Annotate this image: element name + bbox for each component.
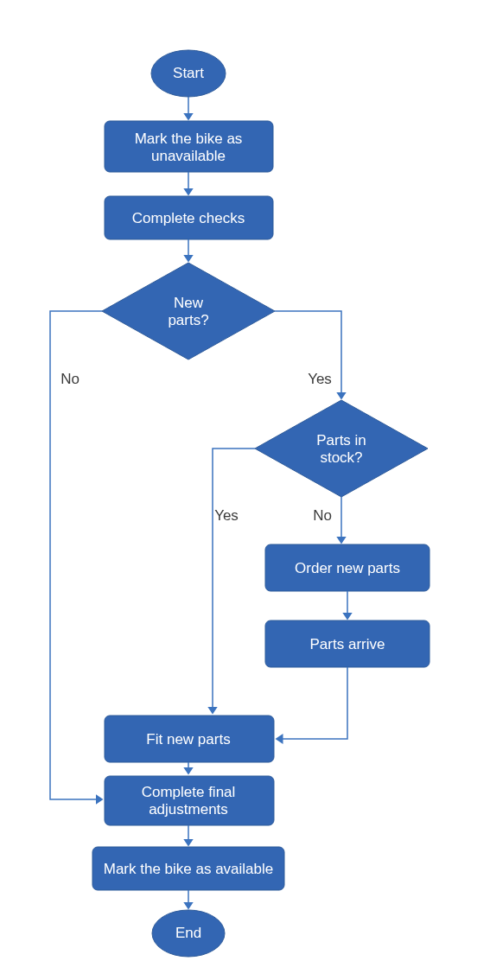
flowchart: Start Mark the bike as unavailable Compl… (0, 0, 490, 980)
node-final-adjustments-label-2: adjustments (149, 801, 228, 818)
edge-label-parts-in-stock-yes: Yes (214, 507, 239, 524)
node-parts-arrive-label: Parts arrive (310, 636, 385, 652)
node-fit-parts-label: Fit new parts (146, 731, 230, 748)
edge-label-parts-in-stock-no: No (313, 507, 332, 524)
node-order-parts-label: Order new parts (295, 560, 400, 576)
node-complete-checks-label: Complete checks (132, 210, 245, 226)
node-mark-unavailable-label-2: unavailable (151, 148, 226, 164)
node-final-adjustments-label-1: Complete final (142, 784, 236, 800)
node-new-parts-label-2: parts? (168, 312, 208, 328)
edge-parts-in-stock-yes (213, 449, 255, 713)
edge-label-new-parts-no: No (60, 371, 80, 387)
node-parts-in-stock-label-2: stock? (320, 449, 362, 466)
node-new-parts-label-1: New (174, 295, 204, 311)
node-end-label: End (175, 925, 201, 941)
edge-label-new-parts-yes: Yes (308, 371, 332, 387)
edge-arrive-to-fit (277, 667, 347, 739)
node-start-label: Start (173, 65, 204, 81)
node-mark-available-label: Mark the bike as available (104, 861, 274, 877)
node-mark-unavailable-label-1: Mark the bike as (135, 130, 243, 147)
node-parts-in-stock-label-1: Parts in (316, 432, 366, 449)
